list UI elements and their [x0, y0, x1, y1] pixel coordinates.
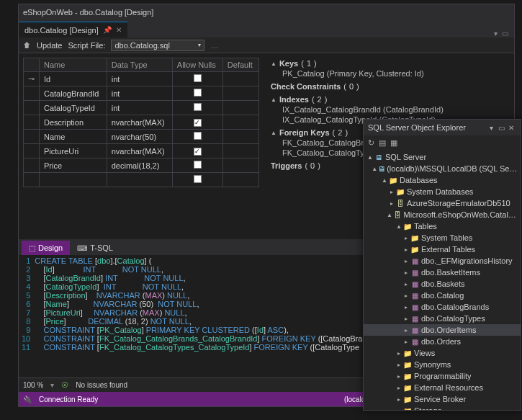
tree-node[interactable]: ▲📁Databases: [364, 174, 521, 186]
tree-node[interactable]: ▸📁Synonyms: [364, 359, 521, 370]
ok-icon: ⦿: [61, 381, 68, 389]
col-nulls-header[interactable]: Allow Nulls: [172, 58, 222, 72]
tree-node[interactable]: ▸📁System Databases: [364, 186, 521, 197]
explorer-toolbar: ↻ ▤ ▦: [364, 135, 521, 150]
design-icon: ⬚: [29, 244, 35, 252]
tree-node[interactable]: ▸📁Storage: [364, 405, 521, 410]
tsql-icon: ⌨: [77, 244, 87, 252]
tree-node[interactable]: ▲📁Tables: [364, 220, 521, 232]
maximize-icon[interactable]: ▭: [496, 124, 506, 132]
index-item[interactable]: IX_Catalog_CatalogBrandId (CatalogBrandI…: [271, 105, 507, 114]
issues-status[interactable]: No issues found: [76, 381, 127, 389]
tree-node[interactable]: ▸📁External Resources: [364, 382, 521, 393]
column-row[interactable]: ⊸Idint: [24, 72, 259, 86]
chevron-down-icon: ▾: [198, 42, 201, 48]
update-icon[interactable]: 🡅: [23, 41, 31, 50]
keys-group[interactable]: ▲Keys (1): [271, 59, 507, 68]
sql-object-explorer-window: SQL Server Object Explorer ▾ ▭ ✕ ↻ ▤ ▦ ▲…: [363, 119, 521, 411]
tree-node[interactable]: ▸▦dbo.BasketItems: [364, 267, 521, 278]
column-row[interactable]: Namenvarchar(50): [24, 130, 259, 144]
connection-status: Connection Ready: [39, 396, 98, 403]
col-name-header[interactable]: Name: [40, 58, 107, 72]
tree-node[interactable]: ▸📁Views: [364, 347, 521, 359]
tree-node[interactable]: ▸📁Service Broker: [364, 393, 521, 405]
zoom-level[interactable]: 100 %: [23, 381, 43, 389]
document-tab-catalog[interactable]: dbo.Catalog [Design] 📌 ✕: [19, 22, 127, 37]
tree-node[interactable]: ▸📁Programmability: [364, 370, 521, 382]
update-button[interactable]: Update: [37, 41, 62, 50]
explorer-titlebar: SQL Server Object Explorer ▾ ▭ ✕: [364, 120, 521, 135]
object-tree[interactable]: ▲🖥SQL Server▲🖥(localdb)\MSSQLLocalDB (SQ…: [364, 150, 521, 410]
col-type-header[interactable]: Data Type: [107, 58, 172, 72]
tree-node[interactable]: ▸▦dbo.Catalog: [364, 290, 521, 301]
close-icon[interactable]: ✕: [506, 124, 516, 132]
tree-node[interactable]: ▸▦dbo.CatalogBrands: [364, 301, 521, 313]
dropdown-icon[interactable]: ▾: [486, 124, 496, 132]
tree-node[interactable]: ▲🗄Microsoft.eShopOnWeb.CatalogDb: [364, 209, 521, 220]
explorer-title: SQL Server Object Explorer: [368, 123, 466, 132]
column-row[interactable]: Pricedecimal(18,2): [24, 158, 259, 173]
column-row[interactable]: Descriptionnvarchar(MAX)✓: [24, 115, 259, 130]
plug-icon: 🔌: [23, 396, 32, 403]
columns-panel: Name Data Type Allow Nulls Default ⊸Idin…: [19, 53, 264, 239]
window-title: eShopOnWeb - dbo.Catalog [Design]: [23, 8, 153, 17]
dropdown-icon[interactable]: ▾: [494, 30, 498, 37]
document-tab-label: dbo.Catalog [Design]: [24, 26, 99, 35]
tree-node[interactable]: ▸📁System Tables: [364, 232, 521, 243]
document-tabs: dbo.Catalog [Design] 📌 ✕ ▾ ▭: [19, 20, 514, 37]
script-file-label: Script File:: [68, 41, 105, 50]
keys-item[interactable]: PK_Catalog (Primary Key, Clustered: Id): [271, 69, 507, 78]
tree-node[interactable]: ▸▦dbo.Baskets: [364, 278, 521, 290]
tree-node[interactable]: ▲🖥(localdb)\MSSQLLocalDB (SQL Server 13.…: [364, 163, 521, 174]
tsql-pane-tab[interactable]: ⌨ T-SQL: [70, 241, 120, 255]
tree-node[interactable]: ▸🗄AzureStorageEmulatorDb510: [364, 197, 521, 209]
tree-node[interactable]: ▸▦dbo.CatalogTypes: [364, 313, 521, 324]
tree-node[interactable]: ▸📁External Tables: [364, 243, 521, 255]
script-file-value: dbo.Catalog.sql: [114, 41, 169, 50]
group-icon[interactable]: ▦: [390, 138, 397, 148]
close-icon[interactable]: ✕: [116, 26, 122, 34]
window-mgmt-icon[interactable]: ▭: [502, 30, 508, 37]
column-row[interactable]: CatalogBrandIdint: [24, 86, 259, 101]
designer-toolbar: 🡅 Update Script File: dbo.Catalog.sql ▾ …: [19, 37, 514, 53]
script-file-dropdown[interactable]: dbo.Catalog.sql ▾: [111, 40, 204, 51]
tree-node[interactable]: ▲🖥SQL Server: [364, 151, 521, 163]
titlebar: eShopOnWeb - dbo.Catalog [Design]: [19, 4, 514, 20]
check-constraints-group[interactable]: Check Constraints (0): [271, 82, 507, 91]
tree-node[interactable]: ▸▦dbo.Orders: [364, 336, 521, 347]
toolbar-extra-icon[interactable]: …: [210, 41, 218, 50]
pin-icon[interactable]: 📌: [103, 26, 112, 34]
design-pane-tab[interactable]: ⬚ Design: [22, 241, 70, 255]
add-server-icon[interactable]: ▤: [379, 138, 386, 148]
tree-node[interactable]: ▸▦dbo._EFMigrationsHistory: [364, 255, 521, 267]
refresh-icon[interactable]: ↻: [368, 138, 374, 148]
tree-node[interactable]: ▸▦dbo.OrderItems: [364, 324, 521, 336]
column-row[interactable]: CatalogTypeIdint: [24, 101, 259, 115]
columns-table: Name Data Type Allow Nulls Default ⊸Idin…: [23, 58, 259, 187]
indexes-group[interactable]: ▲Indexes (2): [271, 95, 507, 104]
col-default-header[interactable]: Default: [222, 58, 258, 72]
column-row[interactable]: PictureUrinvarchar(MAX)✓: [24, 144, 259, 158]
